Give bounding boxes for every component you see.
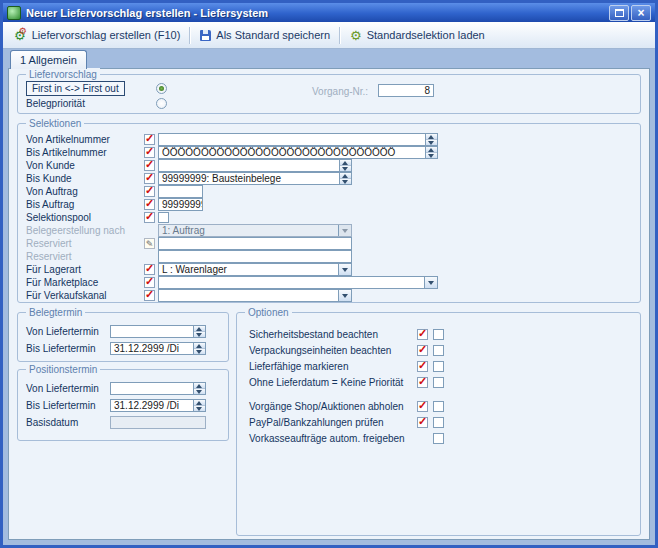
spinner-buttons[interactable]	[193, 383, 205, 394]
window-title: Neuer Liefervorschlag erstellen - Liefer…	[26, 7, 609, 19]
selection-active-checkbox[interactable]: ✓	[144, 277, 155, 288]
group-title: Optionen	[245, 306, 292, 319]
fifo-label: First in <-> First out	[26, 81, 125, 96]
option-fix-checkbox[interactable]	[433, 401, 444, 412]
spinner-buttons[interactable]	[193, 326, 205, 337]
row-bis-artikelnummer: Bis Artikelnummer ✓ ÖÖÖÖÖÖÖÖÖÖÖÖÖÖÖÖÖÖÖÖ…	[18, 146, 640, 159]
selection-active-checkbox[interactable]: ✓	[144, 212, 155, 223]
edit-icon[interactable]: ✎	[144, 238, 155, 249]
app-icon	[7, 6, 21, 20]
von-kunde-field[interactable]	[158, 159, 352, 172]
row-basisdatum: Basisdatum	[18, 414, 228, 431]
group-positionstermin: Positionstermin Von Liefertermin Bis Lie…	[17, 369, 229, 441]
spinner-buttons[interactable]	[193, 343, 205, 354]
lagerart-combo[interactable]: L : Warenlager	[158, 263, 352, 276]
selektionspool-checkbox[interactable]	[158, 212, 169, 223]
von-auftrag-field[interactable]	[158, 185, 203, 198]
selection-active-checkbox[interactable]: ✓	[144, 290, 155, 301]
group-title: Liefervorschlag	[26, 68, 100, 81]
fifo-radio[interactable]	[156, 83, 167, 94]
group-title: Belegtermin	[26, 306, 85, 319]
option-checked-checkbox[interactable]: ✓	[417, 329, 428, 340]
row-von-auftrag: Von Auftrag ✓	[18, 185, 640, 198]
belegeerstellung-combo[interactable]: 1: Auftrag	[158, 224, 352, 237]
selection-active-checkbox[interactable]: ✓	[144, 160, 155, 171]
group-liefervorschlag: Liefervorschlag First in <-> First out B…	[17, 74, 641, 114]
spinner-buttons[interactable]	[339, 173, 351, 184]
check-icon: ✓	[145, 158, 154, 170]
option-checked-checkbox[interactable]: ✓	[417, 377, 428, 388]
selection-active-checkbox[interactable]: ✓	[144, 199, 155, 210]
row-von-artikelnummer: Von Artikelnummer ✓	[18, 133, 640, 146]
reserviert-2-field[interactable]	[158, 250, 352, 263]
bis-auftrag-field[interactable]: 99999999	[158, 198, 203, 211]
selection-active-checkbox[interactable]: ✓	[144, 264, 155, 275]
option-fix-checkbox[interactable]	[433, 329, 444, 340]
reserviert-1-field[interactable]	[158, 237, 352, 250]
option-fix-checkbox[interactable]	[433, 345, 444, 356]
option-fix-checkbox[interactable]	[433, 417, 444, 428]
prio-label: Belegpriorität	[26, 98, 85, 109]
row-pos-von: Von Liefertermin	[18, 380, 228, 397]
row-belegeerstellung: Belegeerstellung nach 1: Auftrag	[18, 224, 640, 237]
dropdown-arrow[interactable]	[338, 290, 351, 301]
spinner-buttons[interactable]	[193, 400, 205, 411]
spinner-buttons[interactable]	[339, 160, 351, 171]
row-sicherheitsbestand: Sicherheitsbestand beachten ✓	[237, 327, 640, 342]
bis-artikelnummer-field[interactable]: ÖÖÖÖÖÖÖÖÖÖÖÖÖÖÖÖÖÖÖÖÖÖÖÖÖÖÖÖÖÖ	[158, 146, 438, 159]
row-reserviert-1: Reserviert ✎	[18, 237, 640, 250]
spinner-buttons[interactable]	[425, 134, 437, 145]
option-checked-checkbox[interactable]: ✓	[417, 345, 428, 356]
row-selektionspool: Selektionspool ✓	[18, 211, 640, 224]
basisdatum-field[interactable]	[110, 416, 206, 429]
von-artikelnummer-field[interactable]	[158, 133, 438, 146]
row-verpackungseinheiten: Verpackungseinheiten beachten ✓	[237, 343, 640, 358]
dropdown-arrow[interactable]	[338, 264, 351, 275]
selection-active-checkbox[interactable]: ✓	[144, 186, 155, 197]
option-fix-checkbox[interactable]	[433, 433, 444, 444]
selection-active-checkbox[interactable]: ✓	[144, 173, 155, 184]
group-title: Positionstermin	[26, 363, 100, 376]
tab-allgemein[interactable]: 1 Allgemein	[10, 50, 87, 69]
vorgang-nr-field[interactable]: 8	[378, 84, 434, 97]
beleg-bis-liefertermin-field[interactable]: 31.12.2999 /Di	[110, 342, 206, 355]
marketplace-combo[interactable]	[158, 276, 438, 289]
maximize-button[interactable]	[609, 5, 629, 21]
check-icon: ✓	[418, 327, 427, 339]
spinner-buttons[interactable]	[425, 147, 437, 158]
check-icon: ✓	[418, 375, 427, 387]
option-fix-checkbox[interactable]	[433, 377, 444, 388]
check-icon: ✓	[145, 210, 154, 222]
create-proposal-button[interactable]: ⚙⚙ Liefervorschlag erstellen (F10)	[8, 26, 186, 45]
prio-radio[interactable]	[156, 98, 167, 109]
option-fix-checkbox[interactable]	[433, 361, 444, 372]
dropdown-arrow[interactable]	[338, 225, 351, 236]
group-title: Selektionen	[26, 117, 84, 130]
row-beleg-von: Von Liefertermin	[18, 323, 228, 340]
option-checked-checkbox[interactable]: ✓	[417, 361, 428, 372]
save-icon	[200, 30, 211, 41]
selection-active-checkbox[interactable]: ✓	[144, 134, 155, 145]
pos-bis-liefertermin-field[interactable]: 31.12.2999 /Di	[110, 399, 206, 412]
check-icon: ✓	[145, 132, 154, 144]
load-default-label: Standardselektion laden	[367, 29, 485, 41]
close-button[interactable]: ×	[631, 5, 651, 21]
verkaufskanal-combo[interactable]	[158, 289, 352, 302]
row-von-kunde: Von Kunde ✓	[18, 159, 640, 172]
bis-kunde-field[interactable]: 99999999: Bausteinbelege	[158, 172, 352, 185]
load-default-selection-button[interactable]: ⚙ Standardselektion laden	[344, 26, 491, 45]
option-checked-checkbox[interactable]: ✓	[417, 417, 428, 428]
row-bis-auftrag: Bis Auftrag ✓ 99999999	[18, 198, 640, 211]
gears-icon: ⚙⚙	[14, 29, 27, 42]
beleg-von-liefertermin-field[interactable]	[110, 325, 206, 338]
dropdown-arrow[interactable]	[424, 277, 437, 288]
check-icon: ✓	[418, 343, 427, 355]
option-checked-checkbox[interactable]: ✓	[417, 401, 428, 412]
save-default-button[interactable]: Als Standard speichern	[194, 26, 336, 44]
vorgang-nr-label: Vorgang-Nr.:	[312, 86, 368, 97]
row-ohne-lieferdatum: Ohne Lieferdatum = Keine Priorität ✓	[237, 375, 640, 390]
selection-active-checkbox[interactable]: ✓	[144, 147, 155, 158]
group-belegtermin: Belegtermin Von Liefertermin Bis Liefert…	[17, 312, 229, 362]
pos-von-liefertermin-field[interactable]	[110, 382, 206, 395]
check-icon: ✓	[145, 262, 154, 274]
